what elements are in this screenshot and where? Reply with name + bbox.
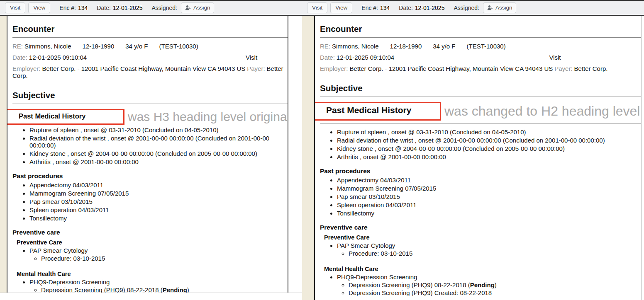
date-line: Date:12-01-2025 09:10:04 Visit (320, 54, 641, 61)
re-label: RE: (12, 43, 23, 50)
payer-label: Payer: (554, 65, 572, 72)
history-item: Arthritis , onset @ 2001-00-00 00:00:00 (337, 153, 641, 160)
patient-test-id: (TEST-10030) (159, 43, 198, 50)
patient-age-sex: 34 y/o F (125, 43, 148, 50)
payer-label: Payer: (247, 65, 265, 72)
patient-line: RE:Simmons, Nicole12-18-199034 y/o F(TES… (12, 43, 288, 50)
enc-number-label: Enc #: (361, 5, 378, 11)
patient-name: Simmons, Nicole (332, 43, 379, 50)
screening-subitem: Depression Screening (PHQ9) Created: 08-… (349, 289, 641, 296)
preventive-subitem: Procedure: 03-10-2015 (41, 255, 288, 262)
procedure-item: Spleen operation 04/03/2011 (29, 206, 288, 213)
screening-sublist: Depression Screening (PHQ9) 08-22-2018 (… (337, 281, 641, 296)
procedure-item: Mammogram Screening 07/05/2015 (29, 190, 288, 197)
assign-button[interactable]: Assign (483, 2, 517, 13)
procedure-item: Tonsillectomy (337, 210, 641, 217)
enc-number-value: 134 (380, 5, 390, 11)
subjective-heading: Subjective (12, 90, 288, 100)
past-procedures-heading: Past procedures (320, 167, 641, 175)
mental-health-care-subheading: Mental Health Care (324, 266, 641, 272)
screening-item-label: PHQ9-Depression Screening (337, 273, 417, 281)
screening-subitem: Depression Screening (PHQ9) 08-22-2018 (… (41, 286, 288, 293)
procedure-item: Appendectomy 04/03/2011 (337, 177, 641, 184)
preventive-item: PAP Smear-Cytology Procedure: 03-10-2015 (29, 247, 288, 262)
patient-test-id: (TEST-10030) (466, 43, 505, 50)
patient-line: RE:Simmons, Nicole12-18-199034 y/o F(TES… (320, 43, 641, 50)
history-item: Rupture of spleen , onset @ 03-31-2010 (… (29, 126, 288, 133)
date-label: Date: (320, 54, 335, 61)
left-gutter (302, 16, 315, 300)
patient-name: Simmons, Nicole (24, 43, 71, 50)
payer-value: Better Corp. (574, 65, 608, 72)
procedure-item: Appendectomy 04/03/2011 (29, 181, 288, 189)
preventive-care-heading: Preventive care (12, 229, 288, 236)
medical-history-list: Rupture of spleen , onset @ 03-31-2010 (… (12, 126, 288, 165)
encounter-heading: Encounter (12, 24, 288, 34)
assigned-label: Assigned: (151, 5, 177, 11)
preventive-item-label: PAP Smear-Cytology (337, 242, 395, 249)
preventive-subitem: Procedure: 03-10-2015 (349, 250, 641, 257)
toolbar-date-label: Date: (399, 5, 412, 11)
encounter-panel-after: Visit View Enc #: 134 Date: 12-01-2025 A… (302, 0, 644, 300)
procedure-item: Pap smear 03/10/2015 (29, 198, 288, 205)
preventive-item: PAP Smear-Cytology Procedure: 03-10-2015 (337, 242, 641, 257)
visit-button[interactable]: Visit (307, 2, 327, 13)
left-gutter (0, 16, 7, 293)
assigned-label: Assigned: (454, 5, 479, 11)
visit-button[interactable]: Visit (5, 2, 25, 13)
toolbar: Visit View Enc #: 134 Date: 12-01-2025 A… (302, 0, 644, 16)
employer-label: Employer: (320, 65, 348, 72)
page-right-margin (288, 16, 302, 293)
assign-button-label: Assign (193, 5, 210, 11)
procedures-list: Appendectomy 04/03/2011Mammogram Screeni… (320, 177, 641, 217)
encounter-panel-before: Visit View Enc #: 134 Date: 12-01-2025 A… (0, 0, 302, 300)
report-area: Encounter RE:Simmons, Nicole12-18-199034… (302, 16, 644, 300)
preventive-sublist: Procedure: 03-10-2015 (337, 250, 641, 257)
screening-item: PHQ9-Depression Screening Depression Scr… (337, 273, 641, 296)
mental-health-list: PHQ9-Depression Screening Depression Scr… (17, 278, 288, 293)
assign-button-label: Assign (495, 5, 512, 11)
assign-button[interactable]: Assign (181, 2, 215, 13)
history-item: Kidney stone , onset @ 2004-00-00 00:00:… (29, 150, 288, 157)
toolbar: Visit View Enc #: 134 Date: 12-01-2025 A… (0, 0, 302, 16)
pending-status: Pending (163, 286, 187, 293)
employer-label: Employer: (12, 65, 41, 72)
preventive-care-heading: Preventive care (320, 224, 641, 231)
view-button[interactable]: View (28, 2, 50, 13)
subjective-heading: Subjective (320, 83, 641, 93)
heading-divider (12, 37, 288, 38)
history-item: Arthritis , onset @ 2001-00-00 00:00:00 (29, 158, 288, 165)
visit-category: Visit (549, 54, 561, 61)
past-procedures-heading: Past procedures (12, 172, 288, 180)
date-line: Date:12-01-2025 09:10:04 Visit (12, 54, 288, 61)
preventive-care-subheading: Preventive Care (324, 234, 641, 241)
procedure-item: Pap smear 03/10/2015 (337, 193, 641, 200)
mental-health-care-subheading: Mental Health Care (17, 271, 288, 277)
pending-status: Pending (470, 281, 495, 288)
report-page: Encounter RE:Simmons, Nicole12-18-199034… (315, 16, 642, 300)
report-page: Encounter RE:Simmons, Nicole12-18-199034… (7, 16, 288, 293)
preventive-item-label: PAP Smear-Cytology (29, 247, 88, 254)
procedure-item: Mammogram Screening 07/05/2015 (337, 185, 641, 192)
preventive-care-group: Preventive Care PAP Smear-Cytology Proce… (17, 239, 288, 293)
visit-category: Visit (246, 54, 257, 61)
procedure-item: Tonsillectomy (29, 215, 288, 222)
preventive-care-group: Preventive Care PAP Smear-Cytology Proce… (324, 234, 641, 296)
preventive-care-subheading: Preventive Care (17, 239, 288, 246)
annotation-red-box: Past Medical History (7, 109, 124, 125)
procedures-list: Appendectomy 04/03/2011Mammogram Screeni… (12, 181, 288, 222)
past-medical-history-heading: Past Medical History (19, 112, 85, 120)
screening-item-label: PHQ9-Depression Screening (29, 278, 110, 285)
history-item: Radial deviation of the wrist , onset @ … (29, 135, 288, 149)
screening-subitem: Depression Screening (PHQ9) 08-22-2018 (… (349, 281, 641, 288)
heading-divider (12, 104, 288, 104)
employer-line: Employer:Better Corp. - 12001 Pacific Co… (12, 65, 288, 79)
annotation-row: Past Medical History was changed to H2 h… (315, 102, 634, 121)
view-button[interactable]: View (330, 2, 352, 13)
re-label: RE: (320, 43, 330, 50)
history-item: Rupture of spleen , onset @ 03-31-2010 (… (337, 128, 641, 135)
employer-value: Better Corp. - 12001 Pacific Coast Highw… (42, 65, 246, 72)
annotation-row: Past Medical History was H3 heading leve… (7, 109, 281, 125)
enc-number-value: 134 (78, 5, 88, 11)
annotation-red-box: Past Medical History (315, 102, 441, 121)
